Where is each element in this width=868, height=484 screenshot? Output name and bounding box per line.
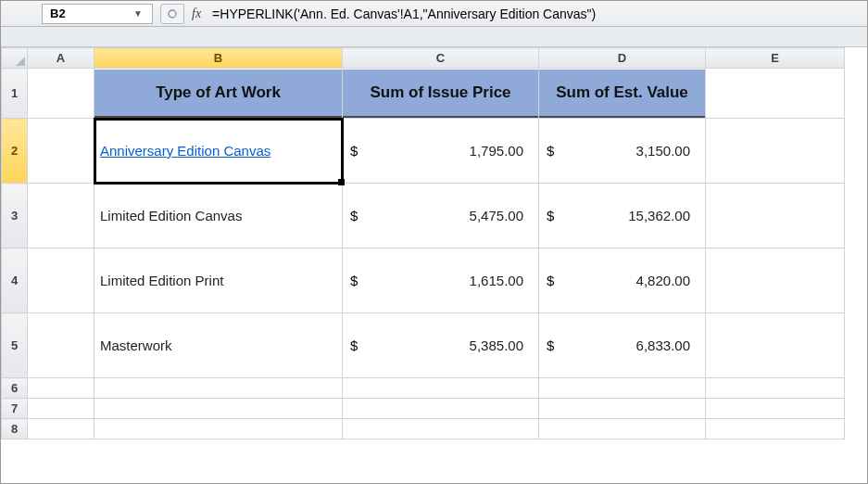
currency-value: 5,385.00 — [470, 338, 523, 353]
cell-C6[interactable] — [343, 378, 539, 399]
fx-group: fx — [160, 4, 208, 24]
table-row: 1 Type of Art Work Sum of Issue Price Su… — [2, 69, 845, 119]
col-header-A[interactable]: A — [28, 48, 94, 69]
cell-E1[interactable] — [706, 69, 845, 119]
currency-value: 5,475.00 — [470, 208, 523, 223]
cell-A5[interactable] — [28, 313, 94, 378]
row-header-8[interactable]: 8 — [2, 419, 28, 439]
cell-C5[interactable]: $5,385.00 — [343, 313, 539, 378]
table-row: 3 Limited Edition Canvas $5,475.00 $15,3… — [2, 184, 845, 248]
table-row: 2 Anniversary Edition Canvas $1,795.00 $… — [2, 119, 845, 184]
currency-symbol: $ — [545, 273, 554, 288]
name-box-dropdown-icon[interactable]: ▼ — [132, 6, 145, 22]
cell-E6[interactable] — [706, 378, 845, 399]
row-header-5[interactable]: 5 — [2, 313, 28, 378]
cell-D2[interactable]: $3,150.00 — [539, 119, 706, 184]
cell-D3[interactable]: $15,362.00 — [539, 184, 706, 248]
cell-E7[interactable] — [706, 399, 845, 419]
currency-value: 1,615.00 — [470, 273, 523, 288]
cell-B1[interactable]: Type of Art Work — [94, 69, 343, 119]
cell-A7[interactable] — [28, 399, 94, 419]
cell-D6[interactable] — [539, 378, 706, 399]
ribbon-gap — [1, 27, 867, 47]
cell-E8[interactable] — [706, 419, 845, 439]
cell-B8[interactable] — [94, 419, 343, 439]
formula-bar: B2 ▼ fx — [1, 1, 867, 27]
cell-B6[interactable] — [94, 378, 343, 399]
col-header-B[interactable]: B — [94, 48, 343, 69]
row-header-1[interactable]: 1 — [2, 69, 28, 119]
fx-icon[interactable]: fx — [184, 6, 208, 21]
cell-B4[interactable]: Limited Edition Print — [94, 248, 343, 313]
col-header-D[interactable]: D — [539, 48, 706, 69]
cell-E5[interactable] — [706, 313, 845, 378]
currency-symbol: $ — [545, 208, 554, 223]
cell-B5[interactable]: Masterwork — [94, 313, 343, 378]
cell-B2[interactable]: Anniversary Edition Canvas — [94, 119, 343, 184]
cell-A2[interactable] — [28, 119, 94, 184]
cell-C3[interactable]: $5,475.00 — [343, 184, 539, 248]
cell-E4[interactable] — [706, 248, 845, 313]
currency-symbol: $ — [348, 273, 358, 288]
header-issue: Sum of Issue Price — [343, 70, 538, 118]
cell-E3[interactable] — [706, 184, 845, 248]
cell-C4[interactable]: $1,615.00 — [343, 248, 539, 313]
cell-D8[interactable] — [539, 419, 706, 439]
cell-E2[interactable] — [706, 119, 845, 184]
cell-B3[interactable]: Limited Edition Canvas — [94, 184, 343, 248]
currency-symbol: $ — [545, 143, 554, 159]
cell-B7[interactable] — [94, 399, 343, 419]
table-row: 6 — [2, 378, 845, 399]
svg-marker-1 — [16, 57, 25, 66]
worksheet-grid[interactable]: A B C D E 1 Type of Art Work Sum of Issu… — [1, 47, 867, 483]
name-box-value: B2 — [50, 6, 132, 20]
svg-point-0 — [169, 10, 176, 18]
currency-symbol: $ — [348, 208, 358, 223]
currency-value: 15,362.00 — [628, 208, 690, 223]
cell-D1[interactable]: Sum of Est. Value — [539, 69, 706, 119]
cell-A1[interactable] — [28, 69, 94, 119]
header-est: Sum of Est. Value — [539, 70, 705, 118]
col-header-E[interactable]: E — [706, 48, 845, 69]
cancel-formula-icon[interactable] — [160, 4, 184, 24]
table-row: 5 Masterwork $5,385.00 $6,833.00 — [2, 313, 845, 378]
cell-D4[interactable]: $4,820.00 — [539, 248, 706, 313]
table-row: 7 — [2, 399, 845, 419]
cell-A4[interactable] — [28, 248, 94, 313]
cell-text: Masterwork — [100, 338, 172, 353]
currency-symbol: $ — [545, 338, 554, 353]
hyperlink[interactable]: Anniversary Edition Canvas — [100, 143, 270, 159]
cell-C7[interactable] — [343, 399, 539, 419]
col-header-C[interactable]: C — [343, 48, 539, 69]
row-header-7[interactable]: 7 — [2, 399, 28, 419]
cell-A3[interactable] — [28, 184, 94, 248]
currency-value: 4,820.00 — [636, 273, 690, 288]
name-box[interactable]: B2 ▼ — [42, 4, 153, 24]
currency-value: 3,150.00 — [636, 143, 690, 159]
formula-input[interactable] — [208, 4, 863, 24]
select-all-corner[interactable] — [2, 48, 28, 69]
cell-C1[interactable]: Sum of Issue Price — [343, 69, 539, 119]
header-type: Type of Art Work — [94, 70, 342, 118]
table-row: 8 — [2, 419, 845, 439]
cell-C8[interactable] — [343, 419, 539, 439]
cell-A8[interactable] — [28, 419, 94, 439]
currency-value: 6,833.00 — [636, 338, 690, 353]
currency-value: 1,795.00 — [470, 143, 523, 159]
cell-text: Limited Edition Canvas — [100, 208, 242, 223]
cell-C2[interactable]: $1,795.00 — [343, 119, 539, 184]
cell-D5[interactable]: $6,833.00 — [539, 313, 706, 378]
cell-text: Limited Edition Print — [100, 273, 223, 288]
row-header-4[interactable]: 4 — [2, 248, 28, 313]
row-header-2[interactable]: 2 — [2, 119, 28, 184]
currency-symbol: $ — [348, 143, 358, 159]
currency-symbol: $ — [348, 338, 358, 353]
table-row: 4 Limited Edition Print $1,615.00 $4,820… — [2, 248, 845, 313]
row-header-3[interactable]: 3 — [2, 184, 28, 248]
row-header-6[interactable]: 6 — [2, 378, 28, 399]
cell-A6[interactable] — [28, 378, 94, 399]
cell-D7[interactable] — [539, 399, 706, 419]
